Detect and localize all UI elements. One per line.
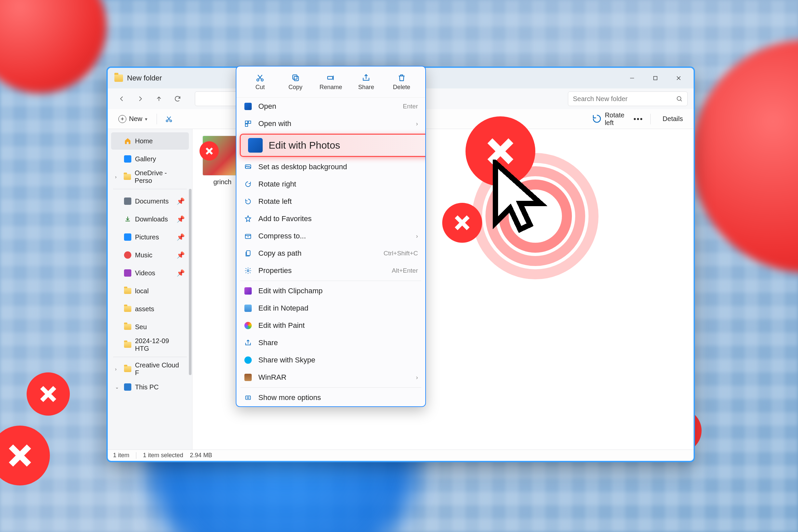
close-button[interactable] [667,70,690,87]
chevron-right-icon: › [115,174,120,179]
photos-app-icon [248,138,263,153]
sidebar-item-pictures[interactable]: Pictures 📌 [111,228,189,246]
svg-rect-7 [294,76,298,81]
rotate-left-icon [244,197,252,206]
ctx-notepad[interactable]: Edit in Notepad [236,300,425,317]
open-with-icon [244,119,252,128]
context-menu: Cut Copy Rename Share Delete OpenEnter O… [236,66,426,407]
error-badge-icon [466,116,535,186]
ctx-compress[interactable]: Compress to...› [236,227,425,245]
sidebar-item-gallery[interactable]: Gallery [111,150,189,168]
status-selected: 1 item selected [143,452,183,459]
cut-button[interactable] [162,112,176,126]
sidebar-item-seu[interactable]: Seu [111,318,189,336]
pin-icon: 📌 [176,269,185,277]
sidebar-item-videos[interactable]: Videos 📌 [111,264,189,282]
ctx-open[interactable]: OpenEnter [236,98,425,115]
pin-icon: 📌 [176,197,185,205]
folder-icon [124,173,131,181]
rotate-left-button[interactable]: Rotate left [587,112,629,126]
ctx-copy-path[interactable]: Copy as pathCtrl+Shift+C [236,245,425,262]
ctx-share-button[interactable]: Share [351,73,381,91]
ctx-rename-button[interactable]: Rename [316,73,346,91]
statusbar: 1 item 1 item selected 2.94 MB [108,450,694,461]
svg-rect-0 [654,76,657,80]
status-count: 1 item [113,452,129,459]
sidebar-item-onedrive[interactable]: › OneDrive - Perso [111,168,189,186]
sidebar-item-assets[interactable]: assets [111,300,189,318]
ctx-rotate-left[interactable]: Rotate left [236,193,425,210]
ctx-favorites[interactable]: Add to Favorites [236,210,425,227]
ctx-skype[interactable]: Share with Skype [236,352,425,369]
copy-icon [291,73,300,82]
refresh-button[interactable] [170,91,186,107]
new-button[interactable]: + New ▾ [114,112,152,126]
sidebar-item-documents[interactable]: Documents 📌 [111,192,189,210]
download-icon [124,215,132,223]
chevron-down-icon: ⌄ [115,384,120,390]
chevron-right-icon: › [416,120,418,127]
ctx-delete-button[interactable]: Delete [387,73,417,91]
search-box[interactable] [568,92,688,106]
file-name: grinch [213,178,231,186]
plus-circle-icon: + [118,115,126,123]
ctx-properties[interactable]: PropertiesAlt+Enter [236,262,425,279]
back-button[interactable] [114,91,130,107]
chevron-right-icon: › [416,233,418,240]
error-badge-icon [442,203,482,243]
ctx-rotate-right[interactable]: Rotate right [236,175,425,193]
pc-icon [124,383,132,391]
ctx-edit-photos[interactable]: Edit with Photos [240,134,426,157]
more-button[interactable]: ••• [631,112,646,126]
ctx-clipchamp[interactable]: Edit with Clipchamp [236,282,425,300]
notepad-icon [244,304,252,312]
ctx-winrar[interactable]: WinRAR› [236,369,425,386]
sidebar-item-creative[interactable]: ›Creative Cloud F [111,360,189,378]
ctx-set-background[interactable]: Set as desktop background [236,158,425,175]
ctx-more-options[interactable]: Show more options [236,389,425,406]
pin-icon: 📌 [176,215,185,223]
up-button[interactable] [151,91,167,107]
ctx-copy-button[interactable]: Copy [281,73,310,91]
document-icon [124,197,132,205]
svg-rect-9 [327,76,332,79]
svg-rect-14 [245,234,251,239]
svg-rect-15 [246,251,250,256]
new-label: New [129,115,142,123]
gallery-icon [124,155,132,163]
home-icon [124,137,132,145]
scrollbar[interactable] [189,189,191,375]
sidebar-item-thispc[interactable]: ⌄This PC [111,378,189,396]
share-icon [361,73,371,82]
ctx-paint[interactable]: Edit with Paint [236,317,425,334]
svg-rect-8 [292,75,297,79]
sidebar-item-downloads[interactable]: Downloads 📌 [111,210,189,228]
details-button[interactable]: Details [656,112,688,126]
winrar-icon [244,373,252,382]
ctx-cut-button[interactable]: Cut [245,73,275,91]
sidebar-item-local[interactable]: local [111,282,189,300]
rename-icon [326,73,336,82]
copy-path-icon [244,249,252,258]
share-icon [244,339,252,347]
error-badge-icon [200,141,219,160]
ctx-open-with[interactable]: Open with› [236,115,425,132]
search-input[interactable] [573,95,676,103]
music-icon [124,251,132,259]
pictures-icon [124,233,132,241]
sidebar: Home Gallery › OneDrive - Perso Document… [108,129,192,450]
error-badge-icon [26,373,70,416]
ctx-share[interactable]: Share [236,334,425,352]
chevron-down-icon: ▾ [145,116,147,122]
sidebar-item-music[interactable]: Music 📌 [111,246,189,264]
minimize-button[interactable] [621,70,644,87]
pin-icon: 📌 [176,251,185,259]
sidebar-item-dated[interactable]: 2024-12-09 HTG [111,336,189,354]
chevron-right-icon: › [416,374,418,381]
maximize-button[interactable] [644,70,667,87]
chevron-right-icon: › [115,366,120,372]
sidebar-item-home[interactable]: Home [111,132,189,150]
paint-icon [244,321,252,330]
pin-icon: 📌 [176,233,185,241]
forward-button[interactable] [132,91,148,107]
